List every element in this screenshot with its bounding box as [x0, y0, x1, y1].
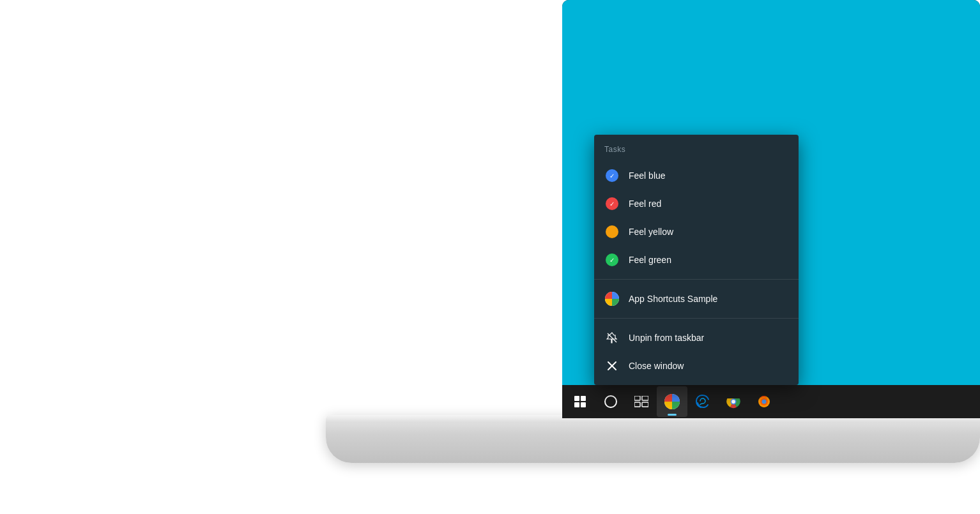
taskbar-app-shortcuts-icon[interactable]	[657, 386, 687, 417]
menu-item-close[interactable]: Close window	[594, 352, 799, 380]
feel-red-label: Feel red	[629, 199, 661, 209]
laptop-base	[326, 415, 980, 463]
svg-rect-5	[642, 396, 648, 400]
cortana-icon	[604, 395, 617, 408]
context-menu: Tasks Feel blue Feel red Feel	[594, 135, 799, 385]
unpin-label: Unpin from taskbar	[629, 333, 704, 343]
firefox-browser-icon	[756, 394, 772, 409]
menu-item-feel-green[interactable]: Feel green	[594, 246, 799, 274]
taskview-icon	[634, 396, 648, 407]
app-shortcuts-icon	[604, 291, 620, 306]
taskbar-edge-icon[interactable]	[687, 386, 718, 417]
taskbar-firefox-icon[interactable]	[749, 386, 779, 417]
app-shortcuts-label: App Shortcuts Sample	[629, 294, 717, 304]
svg-point-15	[762, 400, 767, 404]
taskbar-start-button[interactable]	[565, 386, 595, 417]
feel-green-icon	[604, 252, 620, 268]
laptop-screen: Tasks Feel blue Feel red Feel	[562, 0, 980, 418]
feel-blue-icon	[604, 168, 620, 183]
close-icon	[604, 358, 620, 374]
menu-item-feel-yellow[interactable]: Feel yellow	[594, 218, 799, 246]
svg-rect-4	[634, 396, 640, 400]
menu-divider-2	[594, 318, 799, 319]
feel-yellow-icon	[604, 224, 620, 239]
context-menu-section-label: Tasks	[594, 140, 799, 162]
edge-browser-icon	[695, 394, 710, 409]
svg-point-12	[731, 400, 735, 404]
windows-logo-icon	[574, 396, 586, 407]
menu-divider-1	[594, 279, 799, 280]
feel-blue-label: Feel blue	[629, 170, 666, 181]
chrome-browser-icon	[726, 394, 741, 409]
feel-green-label: Feel green	[629, 255, 671, 265]
taskbar	[562, 385, 980, 418]
active-indicator	[668, 414, 677, 416]
taskbar-chrome-icon[interactable]	[718, 386, 749, 417]
menu-item-unpin[interactable]: Unpin from taskbar	[594, 324, 799, 352]
menu-item-feel-red[interactable]: Feel red	[594, 190, 799, 218]
svg-rect-7	[642, 402, 648, 407]
menu-item-app-shortcuts[interactable]: App Shortcuts Sample	[594, 285, 799, 313]
taskbar-taskview-button[interactable]	[626, 386, 657, 417]
unpin-icon	[604, 330, 620, 345]
desktop-background: Tasks Feel blue Feel red Feel	[562, 0, 980, 418]
close-window-label: Close window	[629, 361, 684, 371]
taskbar-search-button[interactable]	[595, 386, 626, 417]
feel-yellow-label: Feel yellow	[629, 227, 673, 237]
menu-item-feel-blue[interactable]: Feel blue	[594, 162, 799, 190]
svg-rect-6	[634, 402, 640, 407]
app-shortcuts-taskbar-icon	[664, 393, 680, 410]
feel-red-icon	[604, 196, 620, 211]
